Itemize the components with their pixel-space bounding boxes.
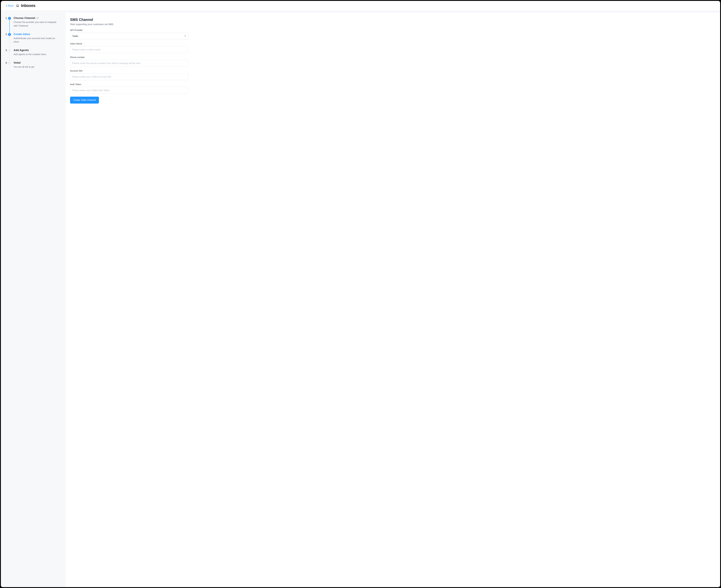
- step-desc: You are all set to go!: [14, 65, 60, 69]
- wizard-sidebar: 1 Choose Channel Choose the provider you…: [1, 11, 66, 587]
- step-create-inbox[interactable]: 2 Create Inbox Authenticate your account…: [8, 33, 60, 49]
- inbox-icon: [16, 4, 19, 7]
- step-number-badge: 1: [8, 17, 11, 20]
- auth-token-label: Auth Token: [70, 83, 188, 86]
- field-phone-number: Phone number: [70, 56, 188, 67]
- create-channel-button[interactable]: Create Twilio Channel: [70, 97, 99, 104]
- wizard-steps: 1 Choose Channel Choose the provider you…: [8, 17, 60, 69]
- step-voila[interactable]: 4 Voila! You are all set to go!: [8, 61, 60, 69]
- step-title-label: Add Agents: [14, 48, 29, 52]
- step-desc: Choose the provider you want to integrat…: [14, 20, 60, 28]
- step-title-label: Create Inbox: [14, 33, 30, 36]
- step-choose-channel[interactable]: 1 Choose Channel Choose the provider you…: [8, 17, 60, 33]
- step-desc: Authenticate your account and create an …: [14, 37, 60, 44]
- field-inbox-name: Inbox Name: [70, 42, 188, 53]
- phone-number-input[interactable]: [70, 60, 188, 67]
- main-panel: SMS Channel Start supporting your custom…: [66, 13, 720, 587]
- back-link-label: Back: [8, 4, 14, 7]
- step-title-label: Choose Channel: [14, 17, 35, 20]
- auth-token-input[interactable]: [70, 87, 188, 94]
- app-window: Back Inboxes 1 Choose Channel Choose the…: [1, 1, 720, 587]
- field-account-sid: Account SID: [70, 69, 188, 80]
- page-body: 1 Choose Channel Choose the provider you…: [1, 11, 720, 587]
- channel-form: SMS Channel Start supporting your custom…: [70, 18, 188, 104]
- api-provider-label: API Provider: [70, 29, 188, 31]
- step-number-badge: 3: [8, 49, 11, 52]
- form-title: SMS Channel: [70, 18, 188, 22]
- phone-number-label: Phone number: [70, 56, 188, 59]
- field-api-provider: API Provider Twilio: [70, 29, 188, 40]
- form-subtitle: Start supporting your customers via SMS.: [70, 23, 188, 26]
- back-link[interactable]: Back: [6, 4, 14, 7]
- step-number-badge: 4: [8, 62, 11, 64]
- account-sid-input[interactable]: [70, 73, 188, 80]
- page-title: Inboxes: [21, 3, 36, 8]
- step-title-label: Voila!: [14, 61, 21, 64]
- inbox-name-label: Inbox Name: [70, 42, 188, 45]
- field-auth-token: Auth Token: [70, 83, 188, 94]
- account-sid-label: Account SID: [70, 69, 188, 72]
- check-icon: [36, 17, 39, 19]
- step-number-badge: 2: [8, 33, 11, 36]
- page-header: Back Inboxes: [1, 1, 720, 11]
- chevron-left-icon: [6, 5, 7, 7]
- inbox-name-input[interactable]: [70, 46, 188, 53]
- step-desc: Add agents to the created inbox.: [14, 52, 60, 56]
- step-add-agents[interactable]: 3 Add Agents Add agents to the created i…: [8, 48, 60, 61]
- api-provider-select[interactable]: Twilio: [70, 33, 188, 40]
